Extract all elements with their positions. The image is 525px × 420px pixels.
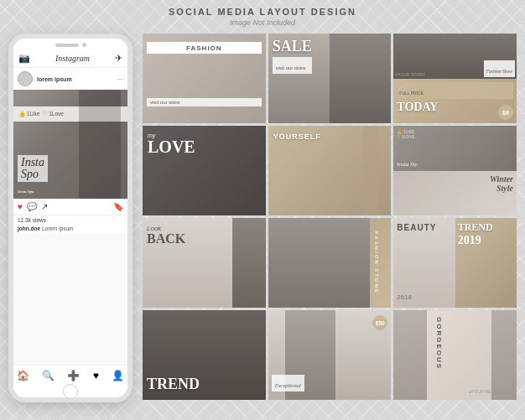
posts-grid: FASHION visit our store SALE visit our s… bbox=[143, 34, 517, 400]
fashion-label: FASHION bbox=[186, 44, 222, 52]
add-nav-icon[interactable]: ➕ bbox=[67, 370, 80, 381]
phone-screen: 📷 Instagram ✈ lorem ipsum ··· 👍 1Like ♡ … bbox=[13, 49, 127, 386]
today-label: TODAY bbox=[397, 101, 513, 114]
loves-text: 1Love bbox=[49, 111, 64, 117]
post-face: Fashion Show #YOUR STORY FULL PRICE TODA… bbox=[393, 34, 517, 123]
post-exceptional: Exceptional $50 bbox=[268, 310, 392, 400]
price-label: $8 bbox=[502, 110, 509, 116]
winter-label: WinterStyle bbox=[490, 174, 513, 193]
post-beauty-trend: BEAUTY 2018 TREND 2019 bbox=[393, 218, 517, 308]
trend-bottom-label: TREND bbox=[147, 376, 200, 393]
more-icon: ··· bbox=[117, 75, 123, 84]
heart-nav-icon[interactable]: ♥ bbox=[93, 370, 99, 381]
post-insta-text: Insta Spo bbox=[18, 189, 34, 194]
post-image: 👍 1Like ♡ 1Love Insta Spo Insta Spo bbox=[13, 90, 127, 199]
fashion-stone-label: FASHION STONE bbox=[374, 231, 379, 294]
post-my-love: my LOVE bbox=[143, 126, 266, 215]
insta-sty-label: Insta Sty bbox=[397, 161, 417, 168]
instagram-logo: Instagram bbox=[55, 54, 90, 63]
phone-speaker bbox=[55, 44, 79, 47]
heart-icon[interactable]: ♥ bbox=[18, 202, 23, 211]
caption-username: john.doe bbox=[18, 226, 40, 231]
post-winter-style: Insta Sty 👍 1LIKE ♡ 1LOVE WinterStyle bbox=[393, 126, 517, 215]
post-fashion-stone: FASHION STONE bbox=[268, 218, 392, 308]
avatar bbox=[18, 71, 33, 86]
action-bar: ♥ 💬 ↗ 🔖 bbox=[13, 199, 127, 215]
year-2018-label: 2018 bbox=[397, 293, 412, 301]
home-button[interactable] bbox=[63, 384, 78, 399]
share-icon[interactable]: ↗ bbox=[41, 202, 48, 211]
post-caption: john.doe Lorem ipsum bbox=[13, 225, 127, 233]
search-nav-icon[interactable]: 🔍 bbox=[42, 370, 55, 381]
gorgeous-label: GORGEOUS bbox=[435, 317, 443, 370]
sale-label: SALE bbox=[273, 38, 312, 55]
page-subtitle: Image Not Included bbox=[0, 18, 525, 27]
bookmark-icon[interactable]: 🔖 bbox=[113, 202, 123, 211]
price-50-label: $50 bbox=[376, 320, 385, 326]
post-look-back: Look BACK bbox=[143, 218, 266, 308]
phone-home-bar bbox=[13, 386, 127, 397]
yourself-label: YOURSELF bbox=[273, 132, 321, 141]
post-username: lorem ipsum bbox=[37, 76, 112, 82]
caption-body: Lorem ipsum bbox=[42, 226, 74, 231]
post-sale: SALE visit our store bbox=[268, 34, 392, 123]
post-fashion: FASHION visit our store bbox=[143, 34, 266, 123]
post-gorgeous: GORGEOUS ●YOUR MEDIA STORE bbox=[393, 310, 517, 400]
beauty-label: BEAUTY bbox=[397, 223, 436, 232]
fashion-show-label: Fashion Show bbox=[486, 69, 512, 74]
post-trend-bottom: TREND bbox=[143, 310, 266, 400]
profile-nav-icon[interactable]: 👤 bbox=[112, 370, 124, 381]
likes-text: 1Like bbox=[27, 111, 40, 117]
home-nav-icon[interactable]: 🏠 bbox=[17, 370, 29, 381]
love-label: LOVE bbox=[148, 138, 195, 155]
year-2019-label: 2019 bbox=[458, 234, 514, 247]
page-title: Social Media Layout Design bbox=[0, 0, 525, 18]
post-header: lorem ipsum ··· bbox=[13, 68, 127, 90]
phone-top-bar bbox=[13, 39, 127, 49]
post-yourself: YOURSELF bbox=[268, 126, 392, 215]
phone-mockup: 📷 Instagram ✈ lorem ipsum ··· 👍 1Like ♡ … bbox=[8, 34, 133, 402]
back-label: BACK bbox=[147, 232, 185, 246]
views-count: 11.3k views bbox=[13, 215, 127, 225]
exceptional-label: Exceptional bbox=[275, 382, 301, 388]
camera-icon: 📷 bbox=[18, 53, 30, 64]
trend-label: TREND bbox=[458, 221, 514, 234]
insta-header: 📷 Instagram ✈ bbox=[13, 49, 127, 68]
send-icon: ✈ bbox=[115, 53, 122, 64]
comment-icon[interactable]: 💬 bbox=[27, 202, 37, 211]
phone-camera bbox=[82, 43, 86, 47]
